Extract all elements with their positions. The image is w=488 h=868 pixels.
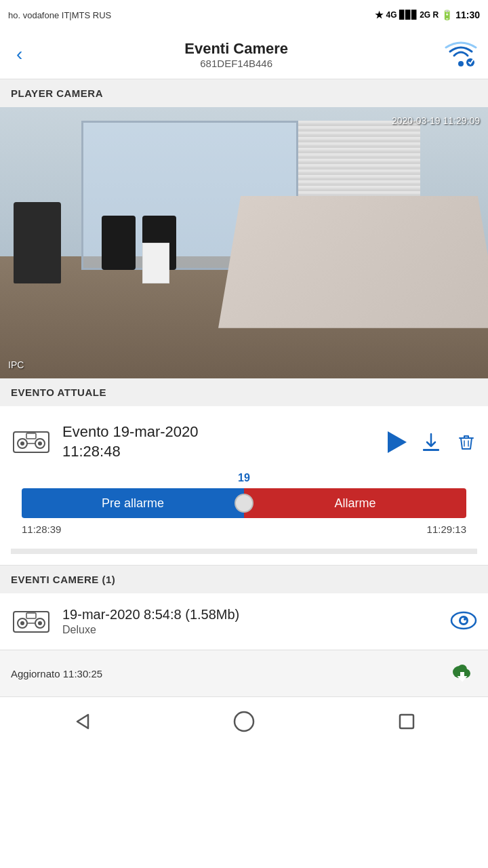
svg-point-23 [235,712,253,731]
svg-rect-7 [423,449,439,451]
header: ‹ Eventi Camere 681DEF14B446 [0,30,488,79]
chair-seat [14,263,61,283]
nav-back-button[interactable] [62,703,100,741]
timeline-dot [235,494,253,513]
timeline-bar[interactable]: Pre allarme Allarme [22,488,466,518]
svg-point-5 [38,441,42,446]
nav-home-button[interactable] [225,703,263,741]
nav-recents-button[interactable] [388,703,426,741]
svg-point-17 [464,618,466,620]
event-container: Evento 19-mar-2020 11:28:48 [0,406,488,566]
svg-point-12 [38,621,42,625]
cassette-icon [11,429,52,456]
eventi-camere-section-header: EVENTI CAMERE (1) [0,566,488,593]
signal-icons: 4G ▊▊▊ 2G R [386,10,439,20]
evento-attuale-section-header: EVENTO ATTUALE [0,378,488,406]
header-title: Eventi Camere [28,40,445,58]
svg-point-10 [20,621,24,625]
timeline-number: 19 [22,472,466,484]
battery-icon: 🔋 [441,9,453,20]
pre-alarm-section: Pre allarme [22,488,244,518]
svg-rect-6 [26,433,36,439]
alarm-section: Allarme [244,488,466,518]
header-center: Eventi Camere 681DEF14B446 [28,40,445,69]
svg-marker-22 [77,715,88,728]
delete-button[interactable] [455,431,477,453]
video-timestamp: 2020-03-19 11:29:09 [392,115,480,126]
video-scene: 2020-03-19 11:29:09 IPC [0,107,488,378]
navigation-bar [0,696,488,745]
eventi-row: 19-mar-2020 8:54:8 (1.58Mb) Deluxe [11,604,477,639]
time-display: 11:30 [455,9,480,20]
svg-rect-13 [26,613,36,618]
event-title: Evento 19-mar-2020 11:28:48 [62,422,377,461]
carrier-text: ho. vodafone IT|MTS RUS [8,10,111,20]
footer-updated-text: Aggiornato 11:30:25 [11,668,102,679]
player-camera-section-header: PLAYER CAMERA [0,79,488,107]
play-button[interactable] [388,431,407,453]
view-button[interactable] [450,610,477,633]
event-row: Evento 19-mar-2020 11:28:48 [11,417,477,467]
back-button[interactable]: ‹ [11,41,28,68]
eventi-subtitle: Deluxe [62,624,439,636]
event-text: Evento 19-mar-2020 11:28:48 [62,422,377,461]
chair-back [14,202,61,270]
svg-rect-24 [400,715,413,728]
play-triangle-icon [388,431,407,453]
eventi-text: 19-mar-2020 8:54:8 (1.58Mb) Deluxe [62,607,439,636]
timeline-times: 11:28:39 11:29:13 [22,524,466,535]
status-bar: ho. vodafone IT|MTS RUS ★ 4G ▊▊▊ 2G R 🔋 … [0,0,488,30]
footer-bar: Aggiornato 11:30:25 [0,650,488,696]
video-camera-label: IPC [8,359,24,370]
white-box-prop [142,243,169,283]
timeline-end-time: 11:29:13 [427,524,466,535]
svg-rect-8 [14,612,49,632]
event-actions [388,431,477,453]
status-right: ★ 4G ▊▊▊ 2G R 🔋 11:30 [375,9,481,20]
bluetooth-icon: ★ [375,9,384,20]
video-player[interactable]: 2020-03-19 11:29:09 IPC [0,107,488,378]
wifi-signal-icon [445,37,477,72]
header-subtitle: 681DEF14B446 [28,58,445,69]
download-button[interactable] [420,431,442,453]
chair-left [14,202,68,311]
conf-chair-1 [102,216,136,270]
desk-surface [218,196,488,328]
svg-point-3 [20,441,24,446]
svg-rect-1 [14,432,49,452]
timeline-start-time: 11:28:39 [22,524,61,535]
timeline-container: 19 Pre allarme Allarme 11:28:39 11:29:13 [11,467,477,554]
cloud-download-button[interactable] [447,657,477,690]
eventi-cassette-icon [11,608,52,635]
eventi-title: 19-mar-2020 8:54:8 (1.58Mb) [62,607,439,623]
eventi-camere-section: 19-mar-2020 8:54:8 (1.58Mb) Deluxe [0,593,488,650]
